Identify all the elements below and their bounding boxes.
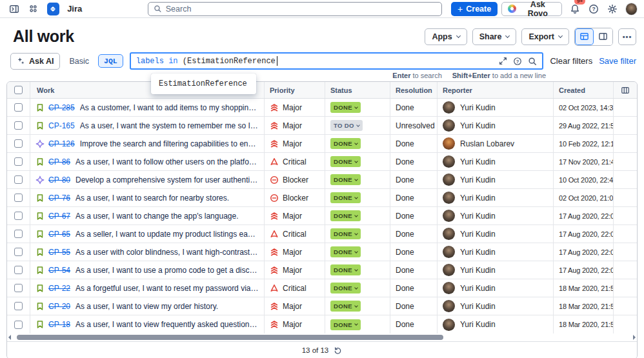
status-badge[interactable]: DONE	[330, 138, 361, 149]
table-row[interactable]: CP-86 As a user, I want to follow other …	[7, 153, 637, 171]
share-dropdown-button[interactable]: Share	[472, 28, 517, 45]
status-badge[interactable]: TO DO	[330, 120, 363, 131]
table-row[interactable]: CP-20 As a user, I want to view my order…	[7, 297, 637, 315]
row-checkbox[interactable]	[14, 284, 23, 292]
save-filter-link[interactable]: Save filter	[599, 56, 636, 66]
row-checkbox[interactable]	[14, 157, 23, 166]
notifications-button[interactable]: 9+	[569, 1, 581, 17]
row-checkbox[interactable]	[14, 175, 23, 184]
scrollbar-thumb[interactable]	[17, 335, 443, 340]
status-badge[interactable]: DONE	[330, 228, 361, 239]
issue-key-link[interactable]: CP-22	[48, 284, 70, 293]
table-row[interactable]: CP-55 As a user with color blindness, I …	[7, 243, 637, 261]
issue-summary[interactable]: As a user, I want to follow other users …	[75, 157, 259, 166]
autocomplete-option[interactable]: EstimationReference	[159, 79, 247, 88]
sidebar-toggle-icon[interactable]	[6, 1, 21, 17]
user-avatar[interactable]	[625, 3, 638, 15]
issue-summary[interactable]: As a user, I want to view frequently ask…	[75, 320, 259, 329]
column-header-reporter[interactable]: Reporter	[438, 82, 554, 98]
ask-ai-button[interactable]: Ask AI	[10, 53, 60, 70]
table-row[interactable]: CP-65 As a seller, I want to update my p…	[7, 225, 637, 243]
table-row[interactable]: CP-126 Improve the search and filtering …	[7, 135, 637, 153]
status-badge[interactable]: DONE	[330, 319, 361, 330]
status-badge[interactable]: DONE	[330, 156, 361, 167]
row-checkbox[interactable]	[14, 302, 23, 310]
jira-logo-icon[interactable]	[47, 3, 59, 15]
settings-button[interactable]	[606, 1, 618, 17]
table-row[interactable]: CP-18 As a user, I want to view frequent…	[7, 315, 637, 333]
expand-icon[interactable]	[499, 57, 507, 65]
scroll-left-arrow[interactable]	[8, 335, 11, 340]
table-row[interactable]: CP-76 As a user, I want to search for ne…	[7, 189, 637, 207]
table-row[interactable]: CP-80 Develop a comprehensive system for…	[7, 171, 637, 189]
issue-key-link[interactable]: CP-54	[48, 266, 70, 275]
row-checkbox[interactable]	[14, 103, 23, 112]
row-checkbox[interactable]	[14, 266, 23, 274]
status-badge[interactable]: DONE	[330, 102, 361, 113]
issue-key-link[interactable]: CP-80	[48, 175, 70, 184]
issue-key-link[interactable]: CP-18	[48, 320, 70, 329]
issue-key-link[interactable]: CP-20	[48, 302, 70, 311]
issue-summary[interactable]: As a user, I want to change the app's la…	[75, 212, 238, 221]
select-all-checkbox[interactable]	[14, 86, 23, 94]
issue-summary[interactable]: As a user, I want to use a promo code to…	[75, 266, 259, 275]
basic-mode-tab[interactable]: Basic	[66, 57, 92, 66]
row-checkbox[interactable]	[14, 194, 23, 202]
help-button[interactable]: ?	[587, 1, 599, 17]
issue-summary[interactable]: As a user, I want to search for nearby s…	[75, 194, 229, 203]
status-badge[interactable]: DONE	[330, 192, 361, 203]
row-checkbox[interactable]	[14, 248, 23, 256]
global-search[interactable]	[148, 2, 442, 16]
apps-dropdown-button[interactable]: Apps	[425, 28, 467, 45]
clear-filters-link[interactable]: Clear filters	[550, 56, 592, 66]
jql-query-input[interactable]: labels in (EstimationReference ?	[130, 52, 544, 70]
row-checkbox[interactable]	[14, 230, 23, 238]
global-search-input[interactable]	[166, 5, 436, 14]
issue-key-link[interactable]: CP-67	[48, 212, 70, 221]
row-checkbox[interactable]	[14, 139, 23, 148]
detail-view-toggle[interactable]	[594, 28, 612, 45]
scroll-right-arrow[interactable]	[633, 335, 636, 340]
issue-key-link[interactable]: CP-126	[48, 139, 75, 148]
run-search-icon[interactable]	[528, 57, 537, 66]
issue-key-link[interactable]: CP-285	[48, 103, 75, 112]
row-checkbox[interactable]	[14, 212, 23, 220]
status-badge[interactable]: DONE	[330, 301, 361, 312]
issue-key-link[interactable]: CP-165	[48, 121, 75, 130]
scrollbar-track[interactable]	[13, 335, 631, 340]
refresh-button[interactable]	[334, 346, 342, 355]
row-checkbox[interactable]	[14, 321, 23, 329]
status-badge[interactable]: DONE	[330, 174, 361, 185]
table-row[interactable]: CP-165 As a user, I want the system to r…	[7, 117, 637, 135]
list-view-toggle[interactable]	[575, 28, 594, 45]
status-badge[interactable]: DONE	[330, 264, 361, 275]
export-dropdown-button[interactable]: Export	[521, 28, 569, 45]
column-header-resolution[interactable]: Resolution	[390, 82, 438, 98]
app-switcher-icon[interactable]	[25, 1, 40, 17]
syntax-help-icon[interactable]: ?	[513, 57, 522, 66]
table-row[interactable]: CP-285 As a customer, I want to add item…	[7, 99, 637, 117]
issue-summary[interactable]: As a customer, I want to add items to my…	[80, 103, 259, 112]
configure-columns-icon[interactable]	[621, 86, 630, 95]
status-badge[interactable]: DONE	[330, 210, 361, 221]
issue-key-link[interactable]: CP-55	[48, 248, 70, 257]
ask-rovo-button[interactable]: Ask Rovo	[501, 2, 562, 16]
issue-summary[interactable]: As a user with color blindness, I want h…	[75, 248, 259, 257]
issue-summary[interactable]: Improve the search and filtering capabil…	[80, 139, 259, 148]
table-row[interactable]: CP-22 As a forgetful user, I want to res…	[7, 279, 637, 297]
jql-mode-tab[interactable]: JQL	[98, 54, 123, 68]
issue-summary[interactable]: As a user, I want the system to remember…	[80, 121, 259, 130]
issue-summary[interactable]: As a user, I want to view my order histo…	[75, 302, 218, 311]
table-row[interactable]: CP-54 As a user, I want to use a promo c…	[7, 261, 637, 279]
create-button[interactable]: + Create	[451, 2, 498, 16]
issue-key-link[interactable]: CP-76	[48, 194, 70, 203]
column-header-status[interactable]: Status	[325, 82, 390, 98]
column-header-priority[interactable]: Priority	[265, 82, 325, 98]
issue-key-link[interactable]: CP-86	[48, 157, 70, 166]
status-badge[interactable]: DONE	[330, 246, 361, 257]
issue-summary[interactable]: As a seller, I want to update my product…	[75, 230, 259, 239]
status-badge[interactable]: DONE	[330, 283, 361, 293]
row-checkbox[interactable]	[14, 121, 23, 130]
more-actions-button[interactable]: •••	[618, 28, 636, 45]
column-header-created[interactable]: Created	[554, 82, 614, 98]
